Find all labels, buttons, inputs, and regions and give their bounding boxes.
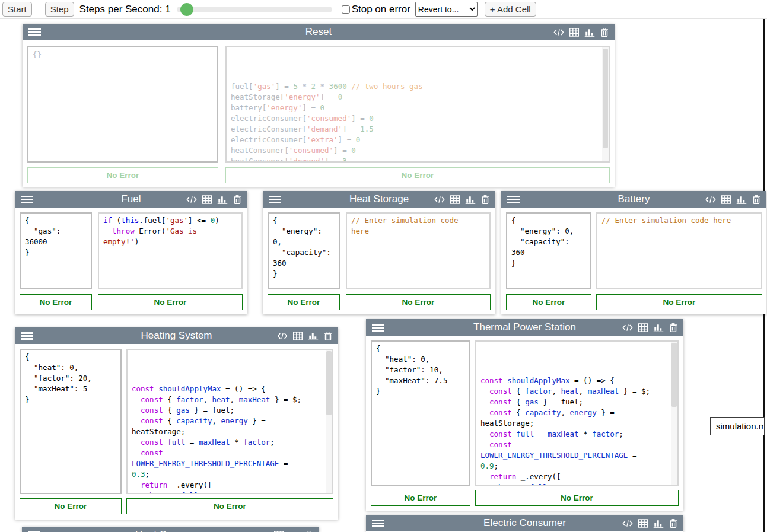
cell-title: Reset <box>23 26 615 38</box>
delete-cell-icon[interactable] <box>669 519 677 528</box>
delete-cell-icon[interactable] <box>752 195 760 204</box>
file-tooltip: simulation.m <box>710 417 765 435</box>
code-error-status: No Error <box>346 294 491 310</box>
scrollbar[interactable] <box>602 47 609 161</box>
cell-header: Electric Consumer <box>366 515 683 531</box>
scrollbar-thumb[interactable] <box>603 49 608 148</box>
chart-view-icon[interactable] <box>653 519 664 528</box>
code-editor[interactable]: // Enter simulation code here <box>596 212 762 289</box>
header-icon-group <box>622 323 677 332</box>
table-view-icon[interactable] <box>638 323 648 332</box>
state-error-status: No Error <box>371 490 470 506</box>
code-view-icon[interactable] <box>186 195 197 204</box>
cell-header: Battery <box>501 191 766 208</box>
cell-header: Heating System <box>15 327 338 344</box>
chart-view-icon[interactable] <box>653 323 664 332</box>
table-view-icon[interactable] <box>638 519 648 528</box>
speed-slider[interactable] <box>177 7 332 12</box>
state-editor[interactable]: { "gas":36000} <box>20 212 92 289</box>
chart-view-icon[interactable] <box>465 195 476 204</box>
state-error-status: No Error <box>20 294 92 310</box>
scrollbar-thumb[interactable] <box>671 343 677 407</box>
chart-view-icon[interactable] <box>217 195 228 204</box>
step-button[interactable]: Step <box>45 2 74 17</box>
delete-cell-icon[interactable] <box>481 195 489 204</box>
header-icon-group <box>553 28 609 37</box>
simulation-app: Start Step Steps per Second: 1 Stop on e… <box>0 0 767 532</box>
cell-header: Heat Consumer <box>22 527 319 532</box>
cell-thermal-power-station: Thermal Power Station { "heat": 0, "fact… <box>366 319 683 511</box>
state-editor[interactable]: {} <box>27 46 218 163</box>
delete-cell-icon[interactable] <box>233 195 241 204</box>
steps-per-second-label: Steps per Second: 1 <box>79 4 171 15</box>
scrollbar[interactable] <box>326 350 332 493</box>
chart-view-icon[interactable] <box>308 332 319 340</box>
header-icon-group <box>277 332 332 340</box>
toolbar: Start Step Steps per Second: 1 Stop on e… <box>0 0 767 19</box>
stop-on-error-label: Stop on error <box>352 4 410 15</box>
code-view-icon[interactable] <box>622 323 633 332</box>
state-editor[interactable]: { "heat": 0, "factor": 20, "maxHeat": 5} <box>20 349 122 494</box>
table-view-icon[interactable] <box>569 28 579 37</box>
drag-handle-icon[interactable] <box>28 28 41 36</box>
drag-handle-icon[interactable] <box>507 196 520 203</box>
header-icon-group <box>705 195 760 204</box>
drag-handle-icon[interactable] <box>269 196 281 203</box>
header-icon-group <box>186 195 241 204</box>
scrollbar-thumb[interactable] <box>326 351 332 415</box>
stop-on-error-checkbox[interactable] <box>342 5 350 14</box>
table-view-icon[interactable] <box>450 195 460 204</box>
state-editor[interactable]: { "energy": 0, "capacity":360} <box>506 212 591 289</box>
code-error-status: No Error <box>596 294 762 310</box>
code-view-icon[interactable] <box>553 28 564 37</box>
cell-fuel: Fuel { "gas":36000} if (this.fuel['gas']… <box>15 191 247 314</box>
table-view-icon[interactable] <box>721 195 731 204</box>
code-editor[interactable]: const shouldApplyMax = () => { const { f… <box>475 340 679 486</box>
cell-header: Thermal Power Station <box>366 319 683 336</box>
code-error-status: No Error <box>126 498 333 514</box>
code-editor[interactable]: // Enter simulation codehere <box>346 212 491 289</box>
revert-select[interactable]: Revert to... <box>415 2 478 17</box>
state-error-status: No Error <box>268 294 340 310</box>
drag-handle-icon[interactable] <box>372 520 384 527</box>
delete-cell-icon[interactable] <box>600 28 609 37</box>
code-editor[interactable]: const shouldApplyMax = () => { const { f… <box>126 349 333 494</box>
table-view-icon[interactable] <box>293 332 303 340</box>
state-error-status: No Error <box>20 498 122 514</box>
steps-per-second-value: 1 <box>165 4 170 15</box>
drag-handle-icon[interactable] <box>21 332 33 340</box>
chart-view-icon[interactable] <box>736 195 747 204</box>
cell-reset: Reset {} fuel['gas'] = 5 * 2 * 3600 // t… <box>23 24 615 187</box>
code-view-icon[interactable] <box>277 332 288 340</box>
state-editor[interactable]: { "energy":0, "capacity":360} <box>268 212 340 289</box>
cell-heating-system: Heating System { "heat": 0, "factor": 20… <box>15 327 338 520</box>
code-error-status: No Error <box>98 294 243 310</box>
drag-handle-icon[interactable] <box>372 324 384 332</box>
code-editor[interactable]: if (this.fuel['gas'] <= 0) throw Error('… <box>98 212 243 289</box>
state-editor[interactable]: { "heat": 0, "factor": 10, "maxHeat": 7.… <box>371 340 470 486</box>
cell-electric-consumer: Electric Consumer <box>366 515 683 532</box>
cell-header: Fuel <box>15 191 247 208</box>
code-error-status: No Error <box>225 167 610 183</box>
chart-view-icon[interactable] <box>584 28 595 37</box>
code-view-icon[interactable] <box>622 519 633 528</box>
code-error-status: No Error <box>475 490 679 506</box>
code-editor[interactable]: fuel['gas'] = 5 * 2 * 3600 // two hours … <box>225 46 610 163</box>
drag-handle-icon[interactable] <box>21 196 33 203</box>
cell-heat-storage: Heat Storage { "energy":0, "capacity":36… <box>263 191 495 314</box>
table-view-icon[interactable] <box>202 195 212 204</box>
state-error-status: No Error <box>506 294 591 310</box>
header-icon-group <box>434 195 489 204</box>
header-icon-group <box>622 519 677 528</box>
scrollbar[interactable] <box>671 342 677 485</box>
code-view-icon[interactable] <box>705 195 716 204</box>
delete-cell-icon[interactable] <box>324 332 332 340</box>
code-view-icon[interactable] <box>434 195 445 204</box>
cell-heat-consumer: Heat Consumer <box>22 527 319 532</box>
cell-header: Reset <box>23 24 615 40</box>
start-button[interactable]: Start <box>2 2 32 17</box>
speed-slider-thumb[interactable] <box>180 3 193 16</box>
add-cell-button[interactable]: + Add Cell <box>485 2 536 17</box>
delete-cell-icon[interactable] <box>669 323 677 332</box>
cell-header: Heat Storage <box>263 191 495 208</box>
